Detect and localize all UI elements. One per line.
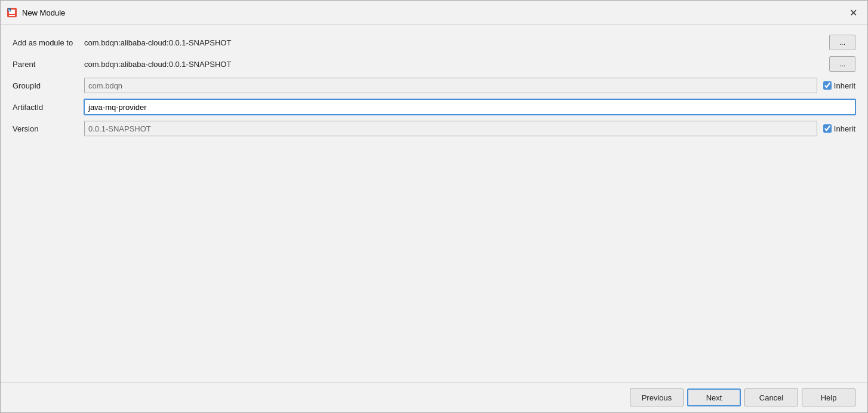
parent-browse-button[interactable]: ...	[829, 56, 855, 72]
new-module-dialog: M New Module ✕ Add as module to com.bdqn…	[0, 0, 868, 413]
next-button[interactable]: Next	[687, 388, 741, 406]
artifact-id-field-group	[84, 99, 855, 115]
add-as-module-row: Add as module to com.bdqn:alibaba-cloud:…	[13, 35, 855, 50]
help-button[interactable]: Help	[802, 388, 855, 406]
parent-label: Parent	[13, 60, 84, 69]
previous-button[interactable]: Previous	[630, 388, 684, 406]
version-input[interactable]	[84, 121, 817, 136]
dialog-footer: Previous Next Cancel Help	[1, 382, 867, 412]
group-id-label: GroupId	[13, 81, 84, 90]
version-inherit-label: Inherit	[823, 124, 855, 133]
cancel-button[interactable]: Cancel	[744, 388, 798, 406]
group-id-row: GroupId Inherit	[13, 78, 855, 93]
add-as-module-browse-button[interactable]: ...	[829, 35, 855, 50]
version-inherit-text: Inherit	[834, 124, 855, 133]
group-id-field-group	[84, 78, 817, 93]
parent-value: com.bdqn:alibaba-cloud:0.0.1-SNAPSHOT	[84, 60, 824, 69]
close-button[interactable]: ✕	[845, 4, 861, 21]
add-as-module-value: com.bdqn:alibaba-cloud:0.0.1-SNAPSHOT	[84, 38, 824, 47]
title-bar: M New Module ✕	[1, 1, 867, 25]
group-id-input[interactable]	[84, 78, 817, 93]
dialog-content: Add as module to com.bdqn:alibaba-cloud:…	[1, 25, 867, 382]
artifact-id-input[interactable]	[84, 99, 855, 115]
version-label: Version	[13, 124, 84, 133]
svg-rect-2	[9, 15, 15, 16]
artifact-id-label: ArtifactId	[13, 103, 84, 112]
version-row: Version Inherit	[13, 121, 855, 136]
dialog-title: New Module	[22, 8, 845, 17]
dialog-icon: M	[7, 7, 17, 18]
group-id-inherit-checkbox[interactable]	[823, 81, 832, 90]
version-field-group	[84, 121, 817, 136]
group-id-inherit-text: Inherit	[834, 81, 855, 90]
version-inherit-checkbox[interactable]	[823, 124, 832, 133]
parent-row: Parent com.bdqn:alibaba-cloud:0.0.1-SNAP…	[13, 56, 855, 72]
group-id-inherit-label: Inherit	[823, 81, 855, 90]
artifact-id-row: ArtifactId	[13, 99, 855, 115]
add-as-module-label: Add as module to	[13, 38, 84, 47]
